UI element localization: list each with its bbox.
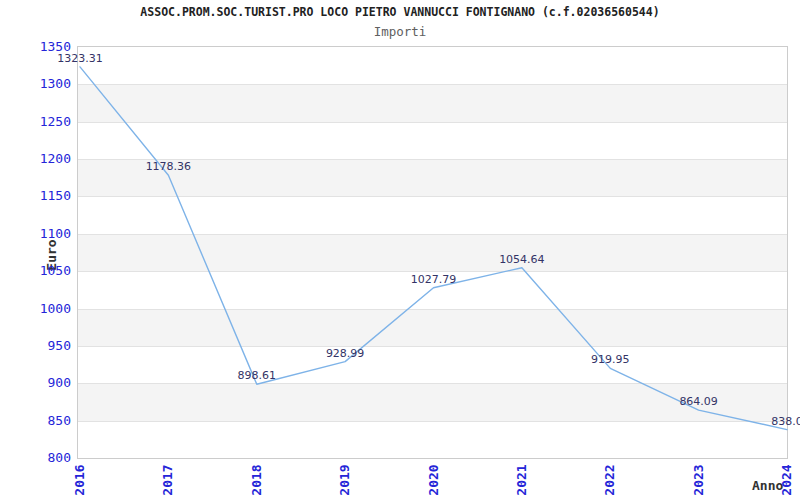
y-tick-label: 1000 xyxy=(0,301,71,317)
y-tick-label: 1250 xyxy=(0,114,71,130)
x-tick-label: 2024 xyxy=(779,458,795,500)
y-tick-label: 900 xyxy=(0,375,71,391)
y-tick-label: 1200 xyxy=(0,151,71,167)
y-tick-label: 850 xyxy=(0,413,71,429)
x-tick-label: 2019 xyxy=(337,458,353,500)
data-point-label: 919.95 xyxy=(591,353,630,366)
x-tick-label: 2020 xyxy=(426,458,442,500)
y-tick-label: 1050 xyxy=(0,263,71,279)
y-tick-label: 950 xyxy=(0,338,71,354)
data-point-label: 1323.31 xyxy=(57,52,103,65)
data-point-label: 928.99 xyxy=(326,347,365,360)
data-point-label: 864.09 xyxy=(679,395,718,408)
y-tick-label: 1300 xyxy=(0,76,71,92)
line-chart: ASSOC.PROM.SOC.TURIST.PRO LOCO PIETRO VA… xyxy=(0,0,800,500)
x-tick-label: 2023 xyxy=(691,458,707,500)
x-tick-label: 2017 xyxy=(160,458,176,500)
chart-subtitle: Importi xyxy=(0,24,800,39)
y-tick-label: 1150 xyxy=(0,188,71,204)
data-point-label: 1027.79 xyxy=(411,273,457,286)
y-tick-label: 1100 xyxy=(0,226,71,242)
y-tick-label: 800 xyxy=(0,450,71,466)
series-polyline xyxy=(80,67,787,430)
x-tick-label: 2022 xyxy=(602,458,618,500)
data-point-label: 1178.36 xyxy=(146,160,192,173)
data-point-label: 898.61 xyxy=(238,369,277,382)
x-tick-label: 2016 xyxy=(72,458,88,500)
data-point-label: 838.0 xyxy=(771,415,800,428)
x-tick-label: 2018 xyxy=(249,458,265,500)
data-point-label: 1054.64 xyxy=(499,253,545,266)
chart-title: ASSOC.PROM.SOC.TURIST.PRO LOCO PIETRO VA… xyxy=(0,5,800,19)
x-tick-label: 2021 xyxy=(514,458,530,500)
